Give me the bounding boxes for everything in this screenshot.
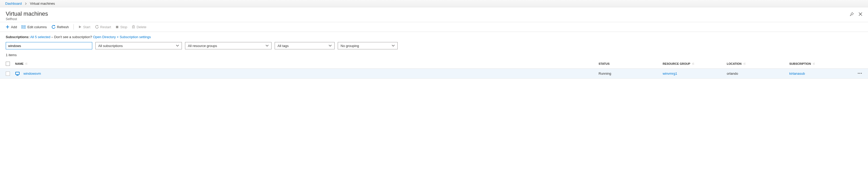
filter-section: Subscriptions: All 5 selected – Don't se…: [0, 32, 868, 59]
vm-status: Running: [598, 72, 663, 75]
column-location-label: Location: [727, 62, 742, 65]
page-title: Virtual machines: [6, 10, 48, 17]
chevron-down-icon: [329, 45, 332, 47]
breadcrumb-separator: [25, 2, 28, 5]
vm-location: orlando: [727, 72, 789, 75]
page-subtitle: Selfhost: [6, 17, 48, 21]
edit-columns-label: Edit columns: [27, 25, 46, 29]
restart-label: Restart: [100, 25, 111, 29]
stop-label: Stop: [120, 25, 127, 29]
more-actions-icon[interactable]: ···: [858, 71, 862, 76]
sort-icon: [692, 62, 694, 65]
breadcrumb-dashboard-link[interactable]: Dashboard: [5, 2, 22, 5]
column-status-label: Status: [598, 62, 610, 65]
vm-name-link[interactable]: windowsvm: [24, 72, 41, 75]
chevron-down-icon: [392, 45, 395, 47]
sort-icon: [812, 62, 815, 65]
svg-rect-0: [22, 25, 23, 26]
vm-subscription-link[interactable]: kirtanasub: [789, 72, 805, 75]
column-header-status[interactable]: Status: [598, 62, 663, 65]
stop-icon: [116, 26, 119, 28]
refresh-icon: [52, 25, 56, 29]
restart-button[interactable]: Restart: [95, 25, 111, 29]
svg-rect-6: [116, 26, 118, 28]
chevron-down-icon: [266, 45, 269, 47]
svg-rect-4: [22, 28, 23, 28]
column-header-subscription[interactable]: Subscription: [789, 62, 852, 65]
refresh-button[interactable]: Refresh: [52, 25, 69, 29]
table-row[interactable]: windowsvm Running winvmrg1 orlando kirta…: [0, 69, 868, 79]
table-header: Name Status Resource group Location Subs…: [0, 59, 868, 69]
svg-rect-8: [16, 72, 19, 74]
breadcrumb: Dashboard Virtual machines: [0, 0, 868, 7]
column-header-location[interactable]: Location: [727, 62, 789, 65]
toolbar: Add Edit columns Refresh Start Restart S…: [0, 22, 868, 32]
refresh-label: Refresh: [57, 25, 69, 29]
add-label: Add: [11, 25, 17, 29]
page-header: Virtual machines Selfhost: [0, 7, 868, 22]
vm-resource-group-link[interactable]: winvmrg1: [663, 72, 677, 75]
svg-rect-2: [22, 27, 23, 27]
stop-button[interactable]: Stop: [116, 25, 127, 29]
add-button[interactable]: Add: [6, 25, 17, 29]
row-checkbox[interactable]: [6, 72, 10, 76]
svg-rect-9: [17, 75, 18, 75]
filter-grouping-value: No grouping: [341, 44, 359, 48]
svg-rect-5: [23, 28, 26, 28]
column-rg-label: Resource group: [663, 62, 690, 65]
vm-table: Name Status Resource group Location Subs…: [0, 59, 868, 79]
delete-button[interactable]: Delete: [132, 25, 147, 29]
start-label: Start: [83, 25, 90, 29]
column-header-resource-group[interactable]: Resource group: [663, 62, 727, 65]
sort-icon: [743, 62, 746, 65]
item-count: 1 items: [6, 53, 862, 57]
filter-subscription-select[interactable]: All subscriptions: [95, 42, 182, 49]
subscription-selected-link[interactable]: All 5 selected: [30, 35, 50, 39]
close-icon[interactable]: [859, 12, 862, 16]
start-button[interactable]: Start: [79, 25, 90, 29]
play-icon: [79, 25, 82, 28]
pin-icon[interactable]: [850, 12, 854, 16]
subscription-help-prefix: – Don't see a subscription?: [50, 35, 93, 39]
vm-icon: [15, 71, 20, 76]
filter-tags-select[interactable]: All tags: [275, 42, 335, 49]
select-all-checkbox[interactable]: [6, 61, 10, 66]
plus-icon: [6, 25, 9, 29]
filter-resource-group-select[interactable]: All resource groups: [185, 42, 272, 49]
chevron-down-icon: [176, 45, 179, 47]
filter-resource-group-value: All resource groups: [188, 44, 217, 48]
column-header-name[interactable]: Name: [15, 62, 598, 65]
breadcrumb-current: Virtual machines: [30, 2, 55, 5]
svg-rect-3: [23, 27, 26, 27]
filter-grouping-select[interactable]: No grouping: [338, 42, 398, 49]
subscription-label: Subscriptions:: [6, 35, 29, 39]
subscription-info: Subscriptions: All 5 selected – Don't se…: [6, 35, 862, 39]
toolbar-divider: [73, 24, 74, 29]
restart-icon: [95, 25, 99, 29]
columns-icon: [22, 25, 26, 28]
sort-icon: [25, 62, 28, 65]
delete-label: Delete: [136, 25, 147, 29]
subscription-settings-link[interactable]: Open Directory + Subscription settings: [93, 35, 151, 39]
svg-rect-1: [23, 26, 26, 26]
filters-row: All subscriptions All resource groups Al…: [6, 42, 862, 49]
filter-name-input[interactable]: [6, 42, 92, 49]
column-name-label: Name: [15, 62, 24, 65]
column-subscription-label: Subscription: [789, 62, 811, 65]
filter-subscription-value: All subscriptions: [98, 44, 123, 48]
edit-columns-button[interactable]: Edit columns: [22, 25, 46, 29]
trash-icon: [132, 25, 135, 29]
filter-tags-value: All tags: [278, 44, 289, 48]
